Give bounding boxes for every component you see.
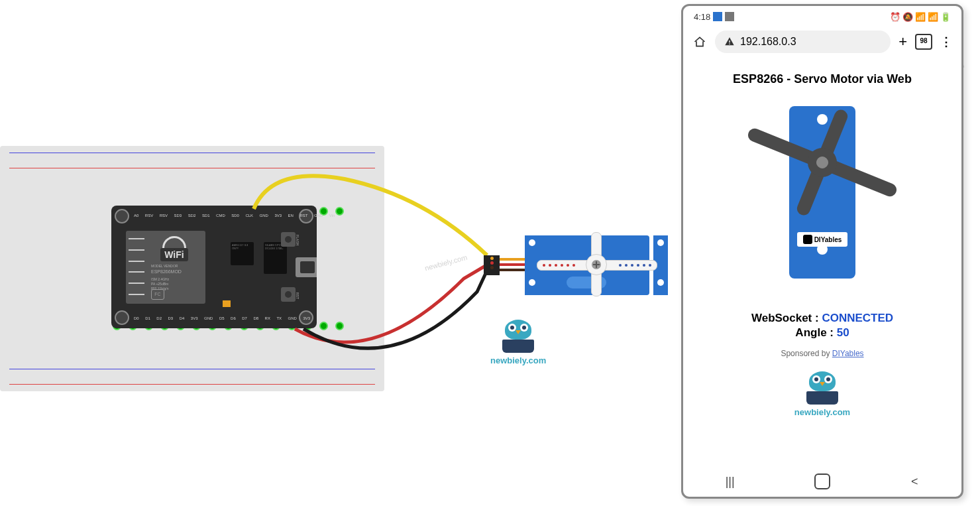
home-icon[interactable]: [692, 35, 707, 48]
websocket-status: WebSocket : CONNECTED: [696, 312, 948, 325]
status-led: [223, 300, 231, 307]
screw-icon: [592, 260, 601, 269]
url-text: 192.168.0.3: [740, 36, 796, 48]
screw-icon: [814, 155, 830, 170]
android-nav-bar: ||| <: [683, 466, 961, 497]
usb-serial-chip: SILABS CP2102 DCL03X 1708+: [264, 242, 287, 274]
sponsor-text: Sponsored by DIYables: [696, 349, 948, 358]
flash-label: FLASH: [296, 235, 299, 245]
voltage-regulator-chip: AMS1117 3.3 ON?!!: [231, 242, 254, 265]
svg-rect-3: [729, 40, 730, 42]
tab-count-button[interactable]: 98: [915, 34, 932, 50]
app-icon: [713, 12, 722, 21]
shield-spec: PA +25dBm: [151, 282, 168, 286]
newbiely-logo: newbiely.com: [490, 320, 546, 365]
insecure-icon: [724, 36, 735, 47]
home-button[interactable]: [814, 474, 830, 489]
pin-labels-bot: A0RSVRSVSD3SD2SD1CMDSD0CLKGND3V3ENRSTGND…: [134, 214, 335, 218]
page-title: ESP8266 - Servo Motor via Web: [696, 72, 948, 86]
rst-label: RST: [296, 292, 299, 299]
signal-icon: 📶: [928, 12, 938, 22]
recent-apps-button[interactable]: |||: [721, 475, 739, 487]
mute-icon: 🔕: [902, 12, 913, 22]
micro-usb-port: [296, 257, 317, 277]
flash-button[interactable]: [281, 232, 296, 247]
servo-arm: [537, 252, 656, 277]
reset-button[interactable]: [281, 287, 296, 302]
svg-rect-4: [729, 44, 730, 44]
translate-icon: [725, 12, 734, 21]
alarm-icon: ⏰: [890, 12, 900, 22]
wifi-icon: 📶: [915, 12, 926, 22]
url-field[interactable]: 192.168.0.3: [715, 31, 891, 53]
servo-motor: [497, 235, 656, 295]
watermark: newbiely.com: [424, 253, 468, 273]
diyables-label: DIYables: [797, 232, 847, 247]
esp-shield: WiFi MODEL VENDOR ESP8266MOD ISM 2.4GHz …: [126, 231, 205, 304]
battery-icon: 🔋: [940, 12, 951, 22]
phone-mockup: 4:18 ⏰ 🔕 📶 📶 🔋 192.168.0.3 + 98 ⋮ ESP826…: [681, 4, 963, 499]
shield-spec: ISM 2.4GHz: [151, 277, 169, 281]
menu-icon[interactable]: ⋮: [940, 34, 952, 49]
sponsor-link[interactable]: DIYables: [832, 349, 864, 358]
phone-statusbar: 4:18 ⏰ 🔕 📶 📶 🔋: [683, 6, 961, 27]
back-button[interactable]: <: [905, 475, 924, 487]
status-time: 4:18: [694, 12, 710, 22]
servo-graphic[interactable]: DIYables: [769, 106, 875, 279]
angle-readout: Angle : 50: [696, 326, 948, 340]
shield-module: ESP8266MOD: [151, 269, 182, 274]
newbiely-logo: newbiely.com: [783, 371, 862, 417]
fcc-icon: FC: [151, 289, 164, 300]
browser-urlbar: 192.168.0.3 + 98 ⋮: [683, 27, 961, 56]
web-page-content: ESP8266 - Servo Motor via Web DIYables W…: [683, 56, 961, 428]
shield-vendor: MODEL VENDOR: [151, 264, 178, 268]
add-tab-icon[interactable]: +: [898, 33, 907, 50]
pin-labels-top: D0D1D2D3D43V3GNDD5D6D7D8RXTXGND3V3: [134, 316, 310, 320]
servo-connector: [484, 255, 500, 275]
esp8266-nodemcu: D0D1D2D3D43V3GNDD5D6D7D8RXTXGND3V3 A0RSV…: [111, 206, 317, 328]
